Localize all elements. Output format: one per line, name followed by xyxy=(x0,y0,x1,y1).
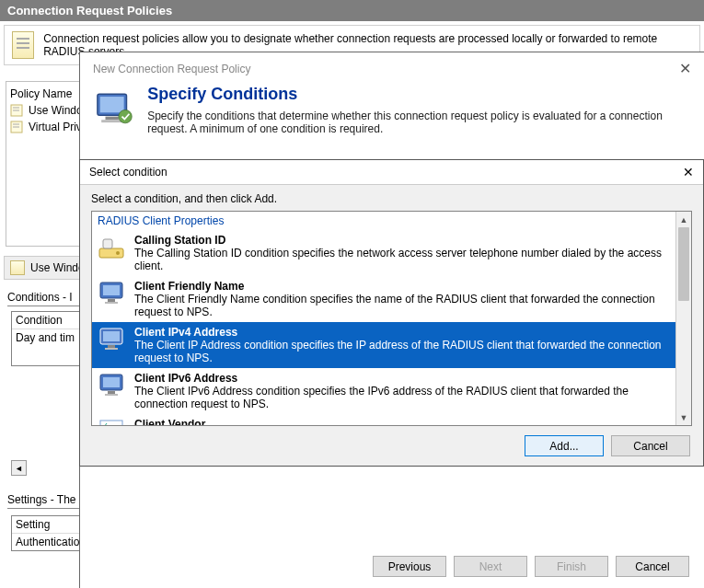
condition-group-header: RADIUS Client Properties xyxy=(92,212,691,230)
condition-listbox[interactable]: RADIUS Client Properties Calling Station… xyxy=(91,211,692,426)
policy-item-label: Virtual Privat xyxy=(29,121,84,133)
svg-rect-20 xyxy=(108,345,115,348)
settings-row: Authenticatio xyxy=(12,534,84,550)
settings-table: Setting Authenticatio xyxy=(11,515,85,551)
svg-rect-25 xyxy=(105,394,118,396)
svg-rect-24 xyxy=(108,391,115,394)
condition-item[interactable]: Client IPv6 AddressThe Client IPv6 Addre… xyxy=(92,368,675,414)
window-title: Connection Request Policies xyxy=(0,0,704,21)
condition-item-title: Client Vendor xyxy=(134,418,670,425)
dialog-title: Select condition xyxy=(89,166,167,179)
condition-item[interactable]: Client IPv4 AddressThe Client IP Address… xyxy=(92,322,675,368)
condition-item[interactable]: Client Friendly NameThe Client Friendly … xyxy=(92,276,675,322)
settings-column-header: Setting xyxy=(12,516,84,534)
policy-item[interactable]: Virtual Privat xyxy=(10,119,84,135)
conditions-section-label: Conditions - I xyxy=(7,291,73,304)
list-icon xyxy=(98,418,127,425)
vertical-scrollbar[interactable]: ▲ ▼ xyxy=(675,212,691,425)
wizard-description: Specify the conditions that determine wh… xyxy=(147,110,689,135)
cancel-button[interactable]: Cancel xyxy=(611,435,690,456)
condition-item-desc: The Client IP Address condition specifie… xyxy=(134,339,662,364)
svg-rect-8 xyxy=(106,117,119,121)
next-button: Next xyxy=(454,556,527,577)
policy-item[interactable]: Use Window xyxy=(10,102,84,119)
conditions-row: Day and tim xyxy=(12,329,84,346)
condition-item-desc: The Calling Station ID condition specifi… xyxy=(134,247,662,272)
previous-button[interactable]: Previous xyxy=(373,556,446,577)
svg-rect-12 xyxy=(103,239,112,248)
condition-item-title: Calling Station ID xyxy=(134,234,670,247)
svg-rect-16 xyxy=(108,299,115,302)
monitor-icon xyxy=(98,326,127,364)
scroll-down-icon[interactable]: ▼ xyxy=(676,409,691,425)
scroll-left-icon[interactable]: ◄ xyxy=(11,460,27,476)
close-icon[interactable]: ✕ xyxy=(683,165,694,179)
svg-rect-15 xyxy=(103,285,120,295)
condition-item-desc: The Client IPv6 Address condition specif… xyxy=(134,385,629,410)
wizard-title: New Connection Request Policy xyxy=(93,63,250,75)
monitor-icon xyxy=(95,85,134,133)
condition-item[interactable]: Calling Station IDThe Calling Station ID… xyxy=(92,230,675,276)
svg-rect-17 xyxy=(105,302,118,304)
document-icon xyxy=(10,260,25,275)
settings-section-label: Settings - The xyxy=(7,493,75,506)
scroll-up-icon[interactable]: ▲ xyxy=(676,212,691,227)
svg-rect-7 xyxy=(100,97,124,112)
policy-header: Policy Name xyxy=(10,86,84,102)
condition-item-desc: The Client Friendly Name condition speci… xyxy=(134,293,655,318)
condition-item-title: Client IPv6 Address xyxy=(134,372,670,385)
document-icon xyxy=(12,31,34,59)
dialog-instruction: Select a condition, and then click Add. xyxy=(80,185,703,211)
scrollbar-thumb[interactable] xyxy=(678,227,689,301)
svg-point-13 xyxy=(116,251,120,255)
svg-rect-19 xyxy=(103,331,120,341)
add-button[interactable]: Add... xyxy=(525,435,604,456)
finish-button: Finish xyxy=(535,556,608,577)
condition-item[interactable]: Client VendorThe Client Vendor Condition… xyxy=(92,414,675,425)
svg-rect-21 xyxy=(105,348,118,350)
close-icon[interactable]: ✕ xyxy=(679,60,691,77)
policy-list-panel: Policy Name Use Window Virtual Privat xyxy=(6,81,88,247)
svg-rect-11 xyxy=(99,248,123,258)
conditions-column-header: Condition xyxy=(12,312,84,329)
selected-policy-label: Use Windo xyxy=(30,261,85,274)
svg-rect-23 xyxy=(103,377,120,387)
policy-item-label: Use Window xyxy=(29,104,84,117)
monitor-icon xyxy=(98,280,127,318)
condition-item-title: Client Friendly Name xyxy=(134,280,670,293)
wizard-heading: Specify Conditions xyxy=(147,85,689,104)
svg-rect-26 xyxy=(100,421,122,425)
cancel-button[interactable]: Cancel xyxy=(616,556,689,577)
condition-item-title: Client IPv4 Address xyxy=(134,326,670,339)
select-condition-dialog: Select condition ✕ Select a condition, a… xyxy=(79,159,704,467)
phone-icon xyxy=(98,234,127,272)
monitor-icon xyxy=(98,372,127,410)
svg-point-10 xyxy=(119,110,132,122)
horizontal-scrollbar[interactable]: ◄ xyxy=(11,460,75,476)
conditions-table: Condition Day and tim xyxy=(11,311,85,366)
